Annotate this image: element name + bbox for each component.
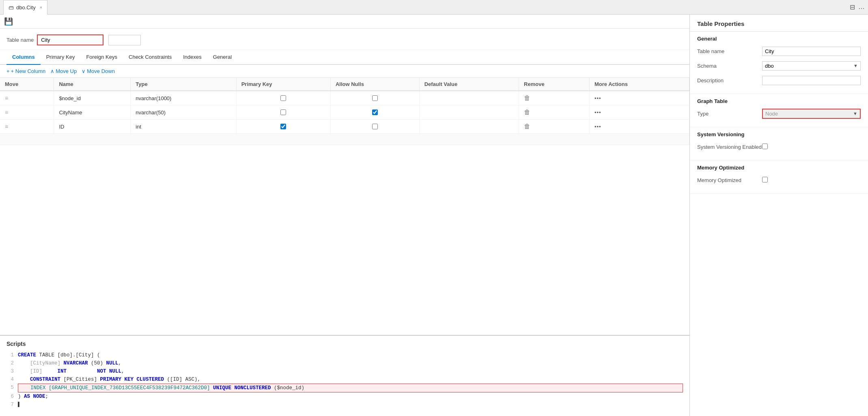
prop-row-tablename: Table name (697, 46, 861, 56)
script-line: 5 INDEX [GRAPH_UNIQUE_INDEX_736D13C55EEC… (6, 384, 683, 392)
allow-nulls-checkbox[interactable] (372, 109, 378, 115)
table-row: ≡ $node_id nvarchar(1000) 🗑 ••• (0, 91, 689, 105)
cell-allow-nulls (330, 105, 419, 120)
prop-value-system-versioning (762, 144, 861, 150)
props-section-memory-optimized: Memory Optimized Memory Optimized (690, 161, 868, 194)
more-actions-button[interactable]: ••• (594, 109, 601, 116)
line-content: CREATE TABLE [dbo].[City] ( (18, 351, 100, 359)
tab-check-constraints[interactable]: Check Constraints (123, 50, 177, 65)
table-name-label: Table name (6, 37, 34, 43)
delete-row-button[interactable]: 🗑 (524, 109, 530, 116)
plus-icon: + (6, 68, 10, 74)
toolbar: 💾 (0, 15, 689, 29)
more-actions-button[interactable]: ••• (594, 95, 601, 101)
main-layout: 💾 Table name Columns Primary Key Foreign… (0, 15, 868, 416)
grid-container: Move Name Type Primary Key Allow Nulls D… (0, 78, 689, 335)
cell-move: ≡ (0, 105, 54, 120)
schema-dropdown-arrow[interactable]: ▼ (851, 63, 860, 68)
props-section-system-versioning: System Versioning System Versioning Enab… (690, 127, 868, 161)
tab-primary-key[interactable]: Primary Key (41, 50, 81, 65)
cell-move: ≡ (0, 91, 54, 105)
prop-checkbox-memory-optimized[interactable] (762, 177, 768, 182)
drag-handle[interactable]: ≡ (5, 109, 8, 116)
tab-indexes[interactable]: Indexes (177, 50, 207, 65)
prop-checkbox-system-versioning[interactable] (762, 144, 768, 149)
line-content: ▌ (18, 401, 21, 409)
tab-general[interactable]: General (207, 50, 237, 65)
split-editor-icon[interactable]: ⊟ (850, 3, 855, 11)
line-number: 5 (6, 384, 14, 392)
tab-close-button[interactable]: × (40, 5, 42, 10)
table-name-area: Table name (0, 29, 689, 50)
cell-move: ≡ (0, 120, 54, 134)
header-type: Type (131, 78, 236, 91)
more-actions-button[interactable]: ••• (594, 124, 601, 130)
tab-columns[interactable]: Columns (6, 50, 41, 65)
allow-nulls-checkbox[interactable] (372, 95, 378, 101)
delete-row-button[interactable]: 🗑 (524, 94, 530, 101)
cell-type: int (131, 120, 236, 134)
cell-allow-nulls (330, 91, 419, 105)
prop-label-description: Description (697, 77, 762, 84)
header-name: Name (54, 78, 131, 91)
cell-allow-nulls (330, 120, 419, 134)
line-content: CONSTRAINT [PK_Cities] PRIMARY KEY CLUST… (18, 375, 200, 384)
line-content: INDEX [GRAPH_UNIQUE_INDEX_736D13C55EEC4F… (18, 384, 683, 392)
prop-row-description: Description (697, 75, 861, 86)
type-dropdown-arrow[interactable]: ▼ (851, 111, 860, 116)
col-name: $node_id (59, 95, 81, 101)
prop-row-memory-optimized: Memory Optimized (697, 175, 861, 185)
line-number: 2 (6, 359, 14, 367)
cell-name: $node_id (54, 91, 131, 105)
line-content: ) AS NODE; (18, 392, 48, 401)
table-header-row: Move Name Type Primary Key Allow Nulls D… (0, 78, 689, 91)
col-name: ID (59, 124, 64, 130)
cell-remove: 🗑 (519, 91, 590, 105)
script-line: 7▌ (6, 401, 683, 409)
more-options-icon[interactable]: … (858, 3, 865, 11)
prop-value-description (762, 76, 861, 85)
cell-name: ID (54, 120, 131, 134)
tab-dbo-city[interactable]: 🗃 dbo.City × (3, 0, 47, 15)
chevron-down-icon: ∨ (82, 68, 86, 74)
primary-key-checkbox[interactable] (280, 109, 286, 115)
delete-row-button[interactable]: 🗑 (524, 123, 530, 130)
primary-key-checkbox[interactable] (280, 124, 286, 129)
table-row: ≡ CityName nvarchar(50) 🗑 ••• (0, 105, 689, 120)
drag-handle[interactable]: ≡ (5, 95, 8, 101)
move-up-button[interactable]: ∧ Move Up (50, 68, 77, 74)
tab-right-icons: ⊟ … (850, 3, 865, 11)
prop-row-system-versioning-enabled: System Versioning Enabled (697, 142, 861, 152)
table-name-input[interactable] (38, 35, 103, 45)
cell-more-actions: ••• (590, 91, 689, 105)
col-toolbar: + + New Column ∧ Move Up ∨ Move Down (0, 65, 689, 78)
line-content: [CityName] NVARCHAR (50) NULL, (18, 359, 121, 367)
table-icon: 🗃 (9, 4, 14, 11)
prop-select-type[interactable]: Node Edge None (763, 109, 851, 118)
save-button[interactable]: 💾 (4, 17, 13, 26)
system-versioning-title: System Versioning (697, 131, 861, 137)
table-properties-title: Table Properties (690, 15, 868, 32)
prop-label-memory-optimized: Memory Optimized (697, 177, 762, 183)
general-section-title: General (697, 36, 861, 42)
move-down-button[interactable]: ∨ Move Down (82, 68, 115, 74)
prop-input-tablename[interactable] (762, 47, 861, 56)
col-name: CityName (59, 109, 82, 116)
col-type: int (136, 124, 141, 130)
scripts-title: Scripts (6, 341, 683, 347)
primary-key-checkbox[interactable] (280, 95, 286, 101)
cell-remove: 🗑 (519, 120, 590, 134)
allow-nulls-checkbox[interactable] (372, 124, 378, 129)
header-remove: Remove (519, 78, 590, 91)
drag-handle[interactable]: ≡ (5, 123, 8, 130)
cell-more-actions: ••• (590, 105, 689, 120)
props-section-graph-table: Graph Table Type Node Edge None ▼ (690, 94, 868, 127)
prop-select-schema[interactable]: dbo (762, 62, 851, 70)
prop-input-description[interactable] (762, 76, 861, 85)
header-default-value: Default Value (419, 78, 519, 91)
new-column-button[interactable]: + + New Column (6, 68, 45, 74)
tab-foreign-keys[interactable]: Foreign Keys (80, 50, 123, 65)
line-number: 6 (6, 392, 14, 401)
header-more-actions: More Actions (590, 78, 689, 91)
graph-table-section-title: Graph Table (697, 98, 861, 104)
